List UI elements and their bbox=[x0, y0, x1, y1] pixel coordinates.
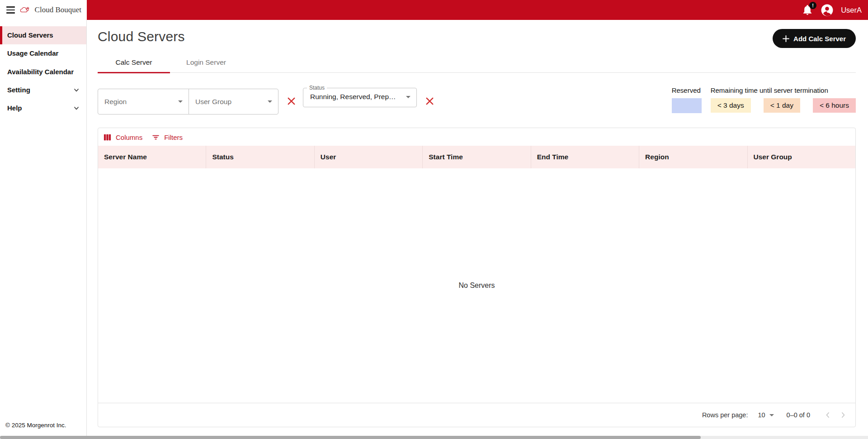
top-bar: Cloud Bouquet ! UserA bbox=[0, 0, 868, 20]
region-select-placeholder: Region bbox=[104, 98, 127, 106]
plus-icon bbox=[783, 35, 789, 42]
top-bar-actions: ! UserA bbox=[87, 0, 868, 20]
region-usergroup-select-group: Region User Group bbox=[98, 89, 278, 115]
status-filter-fieldset: Status Running, Reserved, Prep… bbox=[303, 85, 417, 107]
status-color-legend: Reserved Remaining time until server ter… bbox=[672, 86, 856, 113]
filters-button[interactable]: Filters bbox=[151, 133, 183, 142]
dropdown-caret-icon bbox=[406, 96, 410, 98]
columns-button[interactable]: Columns bbox=[103, 133, 142, 142]
dropdown-caret-icon bbox=[268, 100, 272, 103]
user-group-select-placeholder: User Group bbox=[195, 98, 231, 106]
table-toolbar: Columns Filters bbox=[98, 128, 855, 146]
column-header-start-time[interactable]: Start Time bbox=[423, 146, 531, 168]
user-avatar-icon[interactable] bbox=[820, 3, 834, 17]
column-header-server-name[interactable]: Server Name bbox=[98, 146, 206, 168]
empty-message: No Servers bbox=[458, 282, 495, 290]
chevron-down-icon bbox=[73, 86, 80, 94]
brand-area: Cloud Bouquet bbox=[0, 0, 87, 20]
app-body: Cloud Servers Usage Calendar Availabilit… bbox=[0, 20, 868, 436]
columns-icon bbox=[103, 133, 112, 142]
brand-name: Cloud Bouquet bbox=[35, 5, 81, 14]
servers-table: Columns Filters Server Name Status User … bbox=[98, 128, 856, 427]
sidebar-item-cloud-servers[interactable]: Cloud Servers bbox=[0, 26, 86, 44]
reserved-legend-label: Reserved bbox=[672, 86, 702, 94]
filter-icon bbox=[151, 133, 160, 142]
column-header-user-group[interactable]: User Group bbox=[748, 146, 855, 168]
app-window: Cloud Bouquet ! UserA Cloud Servers bbox=[0, 0, 868, 439]
sidebar-item-label: Help bbox=[7, 104, 22, 113]
menu-icon[interactable] bbox=[6, 6, 15, 14]
next-page-button[interactable] bbox=[835, 407, 851, 423]
filter-bar: Region User Group Status bbox=[98, 81, 856, 115]
sidebar-item-help[interactable]: Help bbox=[0, 99, 86, 117]
add-calc-server-label: Add Calc Server bbox=[793, 35, 846, 43]
remaining-time-legend: Remaining time until server termination … bbox=[711, 86, 856, 113]
sidebar-item-availability-calendar[interactable]: Availability Calendar bbox=[0, 63, 86, 81]
dropdown-caret-icon bbox=[769, 414, 774, 416]
table-empty-state: No Servers bbox=[98, 168, 855, 403]
status-select[interactable]: Running, Reserved, Prep… bbox=[303, 91, 416, 107]
page-title: Cloud Servers bbox=[98, 29, 185, 44]
chip-1-day: < 1 day bbox=[764, 98, 800, 113]
tab-calc-server[interactable]: Calc Server bbox=[98, 53, 170, 73]
sidebar-item-label: Availability Calendar bbox=[7, 67, 74, 76]
sidebar-item-label: Setting bbox=[7, 86, 30, 95]
cloud-bouquet-logo-icon bbox=[19, 4, 30, 16]
column-header-end-time[interactable]: End Time bbox=[531, 146, 639, 168]
sidebar-item-label: Cloud Servers bbox=[7, 31, 53, 40]
reserved-color-swatch bbox=[672, 98, 702, 113]
tab-login-server[interactable]: Login Server bbox=[170, 53, 242, 72]
horizontal-scrollbar[interactable] bbox=[0, 436, 868, 439]
sidebar: Cloud Servers Usage Calendar Availabilit… bbox=[0, 20, 87, 436]
user-group-select[interactable]: User Group bbox=[189, 89, 278, 114]
table-pagination: Rows per page: 10 0–0 of 0 bbox=[98, 403, 855, 427]
chip-6-hours: < 6 hours bbox=[813, 98, 856, 113]
columns-button-label: Columns bbox=[116, 134, 142, 141]
status-filter-label: Status bbox=[307, 85, 327, 91]
chip-3-days: < 3 days bbox=[711, 98, 751, 113]
filters-button-label: Filters bbox=[164, 134, 183, 141]
clear-region-usergroup-filter-button[interactable] bbox=[286, 96, 297, 106]
remaining-time-legend-title: Remaining time until server termination bbox=[711, 86, 856, 94]
reserved-legend: Reserved bbox=[672, 86, 702, 113]
page-header: Cloud Servers Add Calc Server bbox=[98, 29, 856, 48]
sidebar-item-label: Usage Calendar bbox=[7, 49, 58, 58]
notifications-button[interactable]: ! bbox=[802, 4, 813, 16]
sidebar-item-setting[interactable]: Setting bbox=[0, 81, 86, 99]
region-select[interactable]: Region bbox=[98, 89, 189, 114]
scrollbar-thumb[interactable] bbox=[0, 436, 701, 439]
main-content: Cloud Servers Add Calc Server Calc Serve… bbox=[87, 20, 868, 436]
copyright-text: © 2025 Morgenrot Inc. bbox=[0, 422, 86, 436]
column-header-status[interactable]: Status bbox=[206, 146, 314, 168]
previous-page-button[interactable] bbox=[820, 407, 835, 423]
add-calc-server-button[interactable]: Add Calc Server bbox=[773, 29, 856, 48]
rows-per-page-select[interactable]: 10 bbox=[758, 411, 774, 419]
server-type-tabs: Calc Server Login Server bbox=[98, 53, 856, 73]
column-header-user[interactable]: User bbox=[315, 146, 423, 168]
dropdown-caret-icon bbox=[178, 100, 183, 103]
rows-per-page-label: Rows per page: bbox=[702, 411, 748, 419]
remaining-time-chips: < 3 days < 1 day < 6 hours bbox=[711, 98, 856, 113]
column-header-region[interactable]: Region bbox=[639, 146, 747, 168]
rows-per-page-value: 10 bbox=[758, 411, 765, 419]
username[interactable]: UserA bbox=[841, 6, 862, 14]
clear-status-filter-button[interactable] bbox=[425, 96, 435, 106]
notification-badge: ! bbox=[809, 2, 816, 9]
chevron-left-icon bbox=[823, 410, 832, 420]
sidebar-item-usage-calendar[interactable]: Usage Calendar bbox=[0, 44, 86, 62]
close-icon bbox=[425, 96, 435, 106]
chevron-down-icon bbox=[73, 105, 80, 112]
pagination-range: 0–0 of 0 bbox=[787, 411, 810, 419]
status-select-value: Running, Reserved, Prep… bbox=[310, 93, 396, 101]
chevron-right-icon bbox=[839, 410, 848, 420]
close-icon bbox=[286, 96, 297, 106]
table-header-row: Server Name Status User Start Time End T… bbox=[98, 146, 855, 168]
